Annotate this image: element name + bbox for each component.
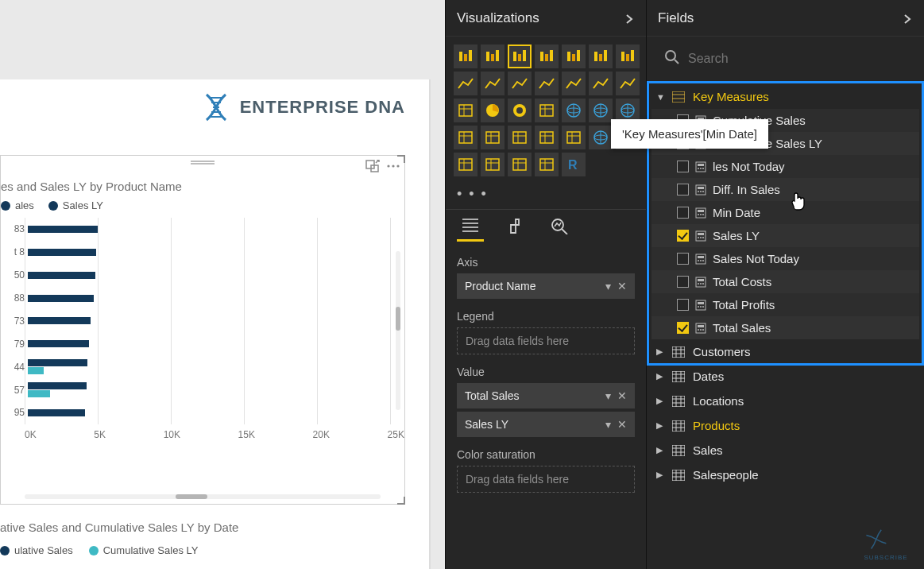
bar-row[interactable]: 88 [25,289,404,307]
close-icon[interactable]: ✕ [617,280,627,292]
scrollbar-horizontal[interactable] [25,494,381,499]
viz-donut[interactable] [508,99,532,122]
scrollbar-thumb[interactable] [176,494,207,499]
field-total-sales[interactable]: Total Sales [651,316,919,339]
viz-scatter[interactable] [454,99,477,122]
viz-filled-map[interactable] [589,99,613,122]
well-colorsat-drop[interactable]: Drag data fields here [457,466,635,493]
bar-series-1[interactable] [28,226,98,233]
bar-series-1[interactable] [28,295,94,302]
viz-pie[interactable] [481,99,505,122]
chevron-down-icon[interactable]: ▾ [605,280,611,292]
tab-format-icon[interactable] [501,215,528,242]
scrollbar-vertical[interactable] [396,251,400,410]
bar-row[interactable]: 44 [25,358,404,376]
scrollbar-thumb[interactable] [396,307,400,331]
visualizations-header[interactable]: Visualizations [446,0,646,37]
well-value-item[interactable]: Total Sales ▾✕ [457,383,635,408]
table-customers[interactable]: ▶Customers [651,339,919,364]
bar-row[interactable]: 73 [25,312,404,330]
chevron-down-icon[interactable]: ▾ [605,418,611,431]
bar-row[interactable]: t 8 [25,243,404,261]
viz-stacked-bar-100[interactable] [562,45,586,68]
chevron-right-icon[interactable] [624,13,635,24]
field-les-not-today[interactable]: les Not Today [651,155,919,178]
field-total-profits[interactable]: Total Profits [651,293,919,316]
viz-waterfall[interactable] [616,72,640,95]
bar-series-1[interactable] [28,317,91,324]
viz-matrix-2[interactable] [535,153,559,176]
bar-series-2[interactable] [28,367,44,374]
bar-row[interactable]: 95 [25,404,404,421]
viz-kpi[interactable] [589,126,613,149]
legend-item-sales[interactable]: ales [1,199,34,211]
checkbox[interactable] [677,161,689,172]
close-icon[interactable]: ✕ [617,418,627,431]
legend-item-cumsalesly[interactable]: Cumulative Sales LY [89,544,199,556]
chart-visual-1[interactable]: es and Sales LY by Product Name ales Sal… [0,155,405,505]
field-total-costs[interactable]: Total Costs [651,270,919,293]
table-sales[interactable]: ▶Sales [651,438,919,463]
bar-series-1[interactable] [28,359,87,366]
bar-row[interactable]: 83 [25,220,404,238]
bar-series-1[interactable] [28,340,89,347]
bar-series-1[interactable] [28,249,96,256]
viz-stacked-area[interactable] [508,72,532,95]
viz-stacked-bar[interactable] [454,45,477,68]
legend-item-cumsales[interactable]: ulative Sales [0,544,73,556]
bar-row[interactable]: 57 [25,381,404,399]
checkbox[interactable] [677,184,689,195]
viz-gauge[interactable] [481,126,505,149]
viz-card[interactable] [535,126,559,149]
viz-r-visual[interactable]: R [562,153,586,176]
table-dates[interactable]: ▶Dates [651,364,919,389]
table-key-measures[interactable]: ▼ Key Measures [651,84,919,109]
checkbox[interactable] [677,230,689,242]
viz-more-icon[interactable]: • • • [446,183,646,209]
bar-row[interactable]: 79 [25,335,404,353]
chevron-down-icon[interactable]: ▾ [605,389,611,402]
search-input[interactable] [658,45,913,73]
viz-line-stacked[interactable] [562,72,586,95]
viz-area[interactable] [481,72,505,95]
table-locations[interactable]: ▶Locations [651,389,919,413]
viz-treemap[interactable] [535,99,559,122]
chevron-right-icon[interactable] [902,13,913,24]
viz-stacked-column-100[interactable] [616,45,640,68]
viz-line[interactable] [454,72,477,95]
checkbox[interactable] [677,207,689,219]
tab-analytics-icon[interactable] [546,215,573,242]
field-min-date[interactable]: Min Date [651,201,919,224]
field-sales-ly[interactable]: Sales LY [651,224,919,247]
more-options-icon[interactable] [386,160,400,172]
well-axis-item[interactable]: Product Name ▾✕ [457,273,635,299]
bar-row[interactable]: 50 [25,266,404,284]
well-legend-drop[interactable]: Drag data fields here [457,327,635,354]
viz-map[interactable] [562,99,586,122]
table-salespeople[interactable]: ▶Salespeople [651,463,919,487]
checkbox[interactable] [677,299,689,311]
bar-series-2[interactable] [28,390,50,397]
viz-slicer[interactable] [454,153,477,176]
report-canvas[interactable]: ENTERPRISE DNA es and Sales LY by Produc… [0,0,445,569]
well-value-item[interactable]: Sales LY ▾✕ [457,412,635,437]
viz-stacked-column[interactable] [535,45,559,68]
focus-mode-icon[interactable] [365,160,380,172]
close-icon[interactable]: ✕ [617,389,627,402]
checkbox[interactable] [677,322,689,334]
viz-funnel[interactable] [508,126,532,149]
bar-series-1[interactable] [28,272,95,279]
bar-series-1[interactable] [28,382,87,389]
resize-handle-br[interactable] [397,497,405,505]
viz-clustered-bar[interactable] [481,45,505,68]
viz-multi-card[interactable] [562,126,586,149]
field-diff-in-sales[interactable]: Diff. In Sales [651,178,919,201]
field-sales-not-today[interactable]: Sales Not Today [651,247,919,270]
checkbox[interactable] [677,276,689,288]
viz-funnel-h[interactable] [454,126,477,149]
viz-matrix[interactable] [508,153,532,176]
legend-item-salesly[interactable]: Sales LY [48,199,103,211]
fields-header[interactable]: Fields [647,0,924,37]
viz-line-clustered[interactable] [535,72,559,95]
drag-handle[interactable] [191,160,215,165]
